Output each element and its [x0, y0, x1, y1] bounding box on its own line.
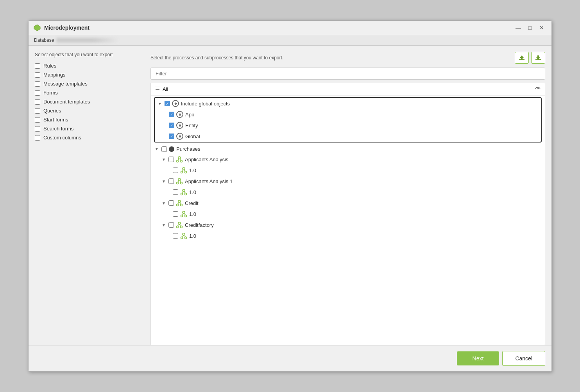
- checkbox-rules[interactable]: Rules: [35, 63, 144, 69]
- app-icon-tree: ⊕: [176, 111, 183, 118]
- applicants-analysis-1-10-checkbox[interactable]: [173, 189, 178, 195]
- checkbox-start-forms[interactable]: Start forms: [35, 117, 144, 123]
- right-panel-header: Select the processes and subprocesses th…: [150, 52, 545, 64]
- checkbox-custom-columns-input[interactable]: [35, 135, 40, 141]
- checkbox-queries-input[interactable]: [35, 108, 40, 114]
- download-button[interactable]: [531, 52, 545, 64]
- creditfactory-10-checkbox[interactable]: [173, 233, 178, 239]
- export-buttons: [515, 52, 545, 64]
- svg-point-31: [181, 204, 183, 206]
- svg-line-22: [177, 181, 179, 182]
- all-label: All: [163, 86, 168, 92]
- svg-point-40: [177, 226, 179, 228]
- checkbox-forms-input[interactable]: [35, 90, 40, 96]
- checkbox-mappings[interactable]: Mappings: [35, 72, 144, 78]
- credit-10-checkbox[interactable]: [173, 211, 178, 217]
- svg-line-32: [177, 203, 179, 204]
- checkbox-search-forms-label: Search forms: [43, 126, 73, 132]
- checkbox-message-templates-input[interactable]: [35, 81, 40, 87]
- checkbox-forms-label: Forms: [43, 90, 58, 96]
- minimize-button[interactable]: —: [513, 24, 523, 32]
- global-objects-arrow[interactable]: ▼: [158, 102, 163, 106]
- svg-point-30: [177, 204, 179, 206]
- breadcrumb-item-database: Database: [34, 37, 54, 43]
- checkbox-forms[interactable]: Forms: [35, 90, 144, 96]
- creditfactory-10-row: 1.0: [151, 230, 545, 241]
- creditfactory-checkbox[interactable]: [168, 222, 174, 228]
- svg-point-41: [181, 226, 183, 228]
- app-checkbox[interactable]: ✓: [169, 112, 174, 117]
- close-button[interactable]: ✕: [537, 24, 547, 32]
- global-checkbox[interactable]: ✓: [169, 134, 174, 139]
- credit-row: ▼ Credit: [151, 198, 545, 208]
- checkbox-start-forms-label: Start forms: [43, 117, 68, 123]
- collapse-all-icon[interactable]: [535, 86, 541, 93]
- purchases-checkbox[interactable]: [161, 146, 167, 152]
- applicants-analysis-1-row: ▼ Applicants Analysis 1: [151, 176, 545, 187]
- global-label: Global: [185, 134, 200, 139]
- applicants-analysis-1-arrow[interactable]: ▼: [162, 179, 166, 184]
- checkbox-queries[interactable]: Queries: [35, 108, 144, 114]
- checkbox-list: Rules Mappings Message templates Forms D…: [35, 61, 144, 142]
- applicants-analysis-process-icon: [176, 156, 183, 163]
- checkbox-document-templates-label: Document templates: [43, 99, 90, 105]
- download-icon: [535, 54, 542, 61]
- applicants-analysis-arrow[interactable]: ▼: [162, 157, 166, 162]
- checkbox-custom-columns[interactable]: Custom columns: [35, 135, 144, 141]
- svg-point-45: [181, 237, 183, 239]
- creditfactory-label: Creditfactory: [185, 222, 214, 228]
- checkbox-document-templates[interactable]: Document templates: [35, 99, 144, 105]
- svg-line-12: [177, 159, 179, 160]
- maximize-button[interactable]: □: [525, 24, 535, 32]
- upload-button[interactable]: [515, 52, 529, 64]
- svg-point-46: [185, 237, 187, 239]
- svg-line-48: [184, 235, 186, 237]
- svg-line-18: [184, 170, 186, 171]
- credit-process-icon: [176, 200, 183, 207]
- entity-checkbox[interactable]: ✓: [169, 123, 174, 128]
- checkbox-search-forms-input[interactable]: [35, 126, 40, 132]
- svg-point-35: [181, 215, 183, 217]
- right-panel-title: Select the processes and subprocesses th…: [150, 55, 283, 61]
- entity-row: ✓ ⊕ Entity: [155, 120, 541, 131]
- credit-checkbox[interactable]: [168, 200, 174, 206]
- filter-input[interactable]: [150, 68, 545, 80]
- svg-point-26: [185, 193, 187, 195]
- applicants-analysis-1-checkbox[interactable]: [168, 178, 174, 184]
- checkbox-message-templates-label: Message templates: [43, 81, 88, 87]
- checkbox-rules-input[interactable]: [35, 63, 40, 69]
- checkbox-start-forms-input[interactable]: [35, 117, 40, 123]
- checkbox-document-templates-input[interactable]: [35, 99, 40, 105]
- applicants-analysis-10-label: 1.0: [189, 167, 196, 173]
- tree-container: — All ▼: [150, 83, 545, 345]
- credit-arrow[interactable]: ▼: [162, 201, 166, 205]
- left-panel-title: Select objects that you want to export: [35, 52, 144, 57]
- right-panel: Select the processes and subprocesses th…: [144, 52, 545, 345]
- svg-point-19: [178, 178, 181, 181]
- svg-marker-2: [520, 55, 524, 59]
- applicants-analysis-1-10-icon: [180, 189, 187, 196]
- upload-icon: [518, 54, 525, 61]
- creditfactory-arrow[interactable]: ▼: [162, 223, 166, 227]
- all-checkbox[interactable]: —: [155, 87, 160, 92]
- applicants-analysis-checkbox[interactable]: [168, 157, 174, 162]
- applicants-analysis-10-row: 1.0: [151, 165, 545, 176]
- applicants-analysis-1-10-label: 1.0: [189, 189, 196, 195]
- window-title: Microdeployment: [44, 25, 90, 31]
- checkbox-rules-label: Rules: [43, 63, 56, 69]
- global-objects-checkbox[interactable]: ✓: [165, 101, 170, 106]
- credit-10-row: 1.0: [151, 208, 545, 219]
- titlebar: Microdeployment — □ ✕: [29, 21, 551, 35]
- checkbox-search-forms[interactable]: Search forms: [35, 126, 144, 132]
- cancel-button[interactable]: Cancel: [502, 351, 545, 366]
- svg-marker-4: [536, 55, 540, 60]
- applicants-analysis-10-checkbox[interactable]: [173, 167, 178, 173]
- app-row: ✓ ⊕ App: [155, 109, 541, 120]
- left-panel: Select objects that you want to export R…: [35, 52, 144, 345]
- credit-10-icon: [180, 210, 187, 217]
- checkbox-mappings-input[interactable]: [35, 72, 40, 78]
- next-button[interactable]: Next: [457, 351, 499, 365]
- purchases-arrow[interactable]: ▼: [155, 147, 159, 151]
- svg-line-13: [179, 159, 181, 160]
- checkbox-message-templates[interactable]: Message templates: [35, 81, 144, 87]
